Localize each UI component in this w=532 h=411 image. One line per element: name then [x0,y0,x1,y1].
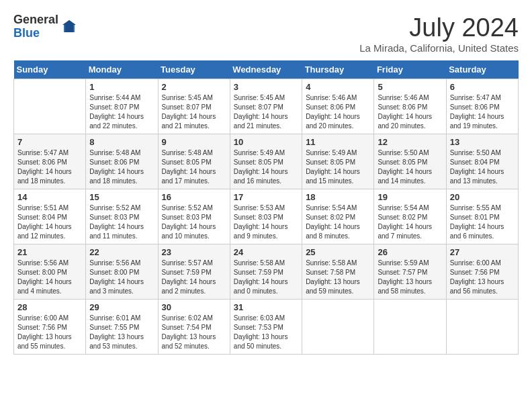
day-info: Sunrise: 5:55 AMSunset: 8:01 PMDaylight:… [450,203,515,241]
calendar-header: SundayMondayTuesdayWednesdayThursdayFrid… [14,60,519,79]
calendar-day-cell: 16Sunrise: 5:52 AMSunset: 8:03 PMDayligh… [158,189,230,244]
calendar-day-cell: 2Sunrise: 5:45 AMSunset: 8:07 PMDaylight… [158,79,230,134]
calendar-day-cell: 23Sunrise: 5:57 AMSunset: 7:59 PMDayligh… [158,244,230,300]
calendar-day-cell [302,300,374,355]
title-block: July 2024 La Mirada, California, United … [359,13,519,54]
day-info: Sunrise: 6:03 AMSunset: 7:53 PMDaylight:… [234,314,298,351]
day-number: 16 [162,192,226,202]
day-number: 18 [306,192,370,202]
calendar-day-cell: 6Sunrise: 5:47 AMSunset: 8:06 PMDaylight… [446,79,518,134]
calendar-day-cell: 15Sunrise: 5:52 AMSunset: 8:03 PMDayligh… [86,189,158,244]
day-info: Sunrise: 5:58 AMSunset: 7:58 PMDaylight:… [306,259,370,296]
calendar-week: 7Sunrise: 5:47 AMSunset: 8:06 PMDaylight… [14,134,519,189]
calendar-day-cell [374,300,446,355]
day-number: 13 [450,137,515,147]
day-info: Sunrise: 5:46 AMSunset: 8:06 PMDaylight:… [378,93,442,131]
day-info: Sunrise: 5:58 AMSunset: 7:59 PMDaylight:… [234,259,298,296]
calendar-day-cell: 22Sunrise: 5:56 AMSunset: 8:00 PMDayligh… [86,244,158,300]
day-number: 5 [378,82,442,92]
day-info: Sunrise: 5:49 AMSunset: 8:05 PMDaylight:… [234,148,298,186]
logo-general: General [13,13,58,27]
calendar-day-cell: 12Sunrise: 5:50 AMSunset: 8:05 PMDayligh… [374,134,446,189]
calendar-day-cell: 5Sunrise: 5:46 AMSunset: 8:06 PMDaylight… [374,79,446,134]
day-info: Sunrise: 5:45 AMSunset: 8:07 PMDaylight:… [162,93,226,131]
calendar-day-cell: 21Sunrise: 5:56 AMSunset: 8:00 PMDayligh… [14,244,86,300]
calendar-day-cell: 8Sunrise: 5:48 AMSunset: 8:06 PMDaylight… [86,134,158,189]
day-info: Sunrise: 5:56 AMSunset: 8:00 PMDaylight:… [89,259,154,296]
day-info: Sunrise: 5:57 AMSunset: 7:59 PMDaylight:… [162,259,226,296]
day-number: 24 [234,247,298,257]
page-header: General Blue July 2024 La Mirada, Califo… [13,13,519,54]
calendar-day-cell: 25Sunrise: 5:58 AMSunset: 7:58 PMDayligh… [302,244,374,300]
day-info: Sunrise: 5:54 AMSunset: 8:02 PMDaylight:… [378,203,442,241]
calendar-day-cell: 3Sunrise: 5:45 AMSunset: 8:07 PMDaylight… [230,79,302,134]
calendar-day-cell: 27Sunrise: 6:00 AMSunset: 7:56 PMDayligh… [446,244,518,300]
calendar-week: 21Sunrise: 5:56 AMSunset: 8:00 PMDayligh… [14,244,519,300]
calendar-day-cell: 19Sunrise: 5:54 AMSunset: 8:02 PMDayligh… [374,189,446,244]
calendar-week: 1Sunrise: 5:44 AMSunset: 8:07 PMDaylight… [14,79,519,134]
day-number: 4 [306,82,370,92]
calendar-table: SundayMondayTuesdayWednesdayThursdayFrid… [13,60,519,355]
logo-blue: Blue [13,27,58,40]
day-number: 10 [234,137,298,147]
day-number: 31 [234,302,298,312]
day-info: Sunrise: 5:59 AMSunset: 7:57 PMDaylight:… [378,259,442,296]
day-number: 29 [89,302,154,312]
calendar-day-cell: 31Sunrise: 6:03 AMSunset: 7:53 PMDayligh… [230,300,302,355]
day-number: 17 [234,192,298,202]
day-number: 19 [378,192,442,202]
day-number: 3 [234,82,298,92]
calendar-day-cell: 28Sunrise: 6:00 AMSunset: 7:56 PMDayligh… [14,300,86,355]
header-day: Sunday [14,60,86,79]
day-number: 6 [450,82,515,92]
day-info: Sunrise: 5:53 AMSunset: 8:03 PMDaylight:… [234,203,298,241]
day-info: Sunrise: 6:00 AMSunset: 7:56 PMDaylight:… [17,314,82,351]
calendar-week: 28Sunrise: 6:00 AMSunset: 7:56 PMDayligh… [14,300,519,355]
day-number: 1 [89,82,154,92]
day-number: 27 [450,247,515,257]
day-info: Sunrise: 6:01 AMSunset: 7:55 PMDaylight:… [89,314,154,351]
header-day: Thursday [302,60,374,79]
logo: General Blue [13,13,77,40]
day-number: 15 [89,192,154,202]
calendar-day-cell: 11Sunrise: 5:49 AMSunset: 8:05 PMDayligh… [302,134,374,189]
day-info: Sunrise: 5:52 AMSunset: 8:03 PMDaylight:… [162,203,226,241]
day-info: Sunrise: 5:45 AMSunset: 8:07 PMDaylight:… [234,93,298,131]
calendar-day-cell: 13Sunrise: 5:50 AMSunset: 8:04 PMDayligh… [446,134,518,189]
calendar-day-cell [446,300,518,355]
day-number: 7 [17,137,82,147]
calendar-day-cell: 14Sunrise: 5:51 AMSunset: 8:04 PMDayligh… [14,189,86,244]
day-number: 14 [17,192,82,202]
day-info: Sunrise: 5:47 AMSunset: 8:06 PMDaylight:… [17,148,82,186]
day-number: 20 [450,192,515,202]
day-info: Sunrise: 5:50 AMSunset: 8:04 PMDaylight:… [450,148,515,186]
calendar-day-cell: 4Sunrise: 5:46 AMSunset: 8:06 PMDaylight… [302,79,374,134]
calendar-subtitle: La Mirada, California, United States [359,42,519,54]
day-number: 23 [162,247,226,257]
day-info: Sunrise: 5:56 AMSunset: 8:00 PMDaylight:… [17,259,82,296]
calendar-day-cell: 26Sunrise: 5:59 AMSunset: 7:57 PMDayligh… [374,244,446,300]
header-row: SundayMondayTuesdayWednesdayThursdayFrid… [14,60,519,79]
day-info: Sunrise: 5:48 AMSunset: 8:06 PMDaylight:… [89,148,154,186]
calendar-day-cell: 7Sunrise: 5:47 AMSunset: 8:06 PMDaylight… [14,134,86,189]
day-info: Sunrise: 5:51 AMSunset: 8:04 PMDaylight:… [17,203,82,241]
logo-icon [61,19,77,35]
calendar-day-cell [14,79,86,134]
calendar-day-cell: 17Sunrise: 5:53 AMSunset: 8:03 PMDayligh… [230,189,302,244]
calendar-day-cell: 30Sunrise: 6:02 AMSunset: 7:54 PMDayligh… [158,300,230,355]
calendar-week: 14Sunrise: 5:51 AMSunset: 8:04 PMDayligh… [14,189,519,244]
calendar-day-cell: 10Sunrise: 5:49 AMSunset: 8:05 PMDayligh… [230,134,302,189]
calendar-day-cell: 18Sunrise: 5:54 AMSunset: 8:02 PMDayligh… [302,189,374,244]
day-number: 21 [17,247,82,257]
header-day: Friday [374,60,446,79]
day-number: 26 [378,247,442,257]
calendar-body: 1Sunrise: 5:44 AMSunset: 8:07 PMDaylight… [14,79,519,355]
day-number: 12 [378,137,442,147]
day-info: Sunrise: 5:52 AMSunset: 8:03 PMDaylight:… [89,203,154,241]
calendar-day-cell: 29Sunrise: 6:01 AMSunset: 7:55 PMDayligh… [86,300,158,355]
day-number: 2 [162,82,226,92]
header-day: Tuesday [158,60,230,79]
day-number: 22 [89,247,154,257]
day-info: Sunrise: 5:48 AMSunset: 8:05 PMDaylight:… [162,148,226,186]
calendar-day-cell: 9Sunrise: 5:48 AMSunset: 8:05 PMDaylight… [158,134,230,189]
